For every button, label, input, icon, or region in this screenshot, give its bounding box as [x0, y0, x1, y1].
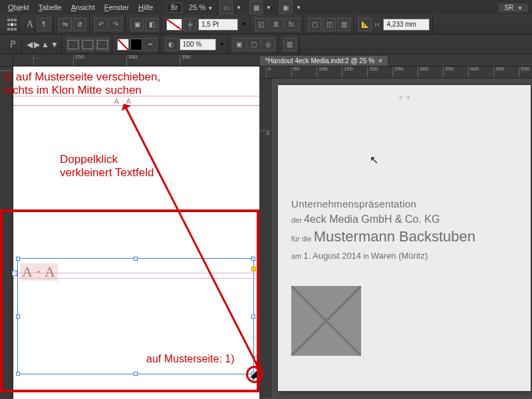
frame-fit-3-icon[interactable]: ▥ [337, 18, 350, 31]
fill-stroke-icon[interactable] [166, 19, 182, 31]
fit-frame-icon[interactable]: ▢ [247, 38, 261, 51]
corner-options-icon[interactable]: ◱ [255, 18, 268, 31]
fill-none-swatch[interactable] [117, 39, 129, 51]
align-center-icon[interactable] [81, 38, 94, 51]
nudge-right-icon[interactable]: ▶ [34, 40, 40, 49]
workspace-switcher[interactable]: SR ▼ [499, 3, 528, 12]
align-right-icon[interactable] [96, 38, 109, 51]
reference-point[interactable] [7, 18, 16, 31]
control-bar-2: P ◀ ▶ ▲ ▼ ━ ◐ ▼ ▣ ▢ ◎ ▥ [0, 35, 532, 55]
chevron-down-icon: ▼ [207, 5, 213, 11]
annotation-highlight-box [0, 209, 259, 392]
stroke-weight-input[interactable] [198, 19, 238, 31]
nudge-left-icon[interactable]: ◀ [27, 40, 33, 49]
cursor-icon: ↖ [370, 154, 378, 166]
character-format-icon[interactable]: A [24, 19, 36, 31]
control-bar-1: A ¶ ⇋ ⇵ ↶ ↷ ▣ ◧ ╪ ▼ ◱ ≣ fx. ▢ ◫ ▥ 📐 H: [0, 15, 532, 35]
measure-icon[interactable]: 📐 [358, 18, 372, 31]
height-label-icon: H: [373, 21, 382, 28]
columns-icon[interactable]: ▥ [283, 38, 297, 51]
page-number-marker: 2 · 3 [399, 94, 410, 100]
flip-v-icon[interactable]: ⇵ [73, 18, 86, 31]
fill-black-swatch[interactable] [130, 39, 142, 51]
zoom-level[interactable]: 25 %▼ [189, 3, 213, 11]
canvas: ... *Handout 4eck Media.indd:2 @ 25 % × … [0, 66, 532, 399]
menu-tabelle[interactable]: Tabelle [35, 2, 66, 13]
close-icon[interactable]: × [378, 57, 382, 65]
chevron-down-icon: ▼ [296, 5, 301, 11]
ruler-horizontal-right[interactable]: 0 50 100 150 200 250 300 350 400 450 500 [259, 66, 532, 78]
view-mode-btn[interactable]: ▭ [219, 1, 233, 14]
arrange-btn[interactable]: ▣ [279, 1, 293, 14]
effects-button[interactable]: fx. [284, 18, 301, 31]
document-tab-title: *Handout 4eck Media.indd:2 @ 25 % [265, 57, 374, 65]
chevron-down-icon: ▼ [241, 21, 247, 27]
menu-objekt[interactable]: Objekt [4, 2, 33, 13]
opacity-icon[interactable]: ◐ [165, 38, 178, 51]
image-placeholder[interactable] [291, 286, 361, 356]
menu-fenster[interactable]: Fenster [100, 2, 133, 13]
menu-hilfe[interactable]: Hilfe [134, 2, 157, 13]
content-select-icon[interactable]: ◧ [145, 18, 158, 31]
nudge-down-icon[interactable]: ▼ [51, 40, 59, 49]
align-left-icon[interactable] [66, 38, 80, 51]
stroke-style-dd[interactable]: ━ [144, 38, 157, 51]
flip-h-icon[interactable]: ⇋ [59, 18, 72, 31]
chevron-down-icon: ▼ [236, 5, 241, 11]
nudge-up-icon[interactable]: ▲ [41, 40, 49, 49]
height-input[interactable] [383, 19, 430, 31]
frame-fit-2-icon[interactable]: ◫ [323, 18, 336, 31]
menubar: Objekt Tabelle Ansicht Fenster Hilfe Br … [0, 0, 532, 15]
opacity-input[interactable] [180, 39, 216, 51]
document-tab[interactable]: *Handout 4eck Media.indd:2 @ 25 % × [259, 55, 388, 66]
document-spread[interactable]: 2 · 3 Unternehmenspräsentation der 4eck … [278, 85, 531, 391]
menu-ansicht[interactable]: Ansicht [67, 2, 99, 13]
container-select-icon[interactable]: ▣ [130, 18, 144, 31]
ruler-origin[interactable] [0, 55, 13, 66]
rotate-ccw-icon[interactable]: ↶ [94, 18, 108, 31]
fit-content-icon[interactable]: ▣ [233, 38, 246, 51]
frame-fit-1-icon[interactable]: ▢ [308, 18, 321, 31]
chevron-down-icon: ▼ [219, 41, 225, 47]
stroke-align-icon[interactable]: ╪ [184, 18, 197, 31]
bridge-button[interactable]: Br [166, 3, 182, 13]
chevron-down-icon: ▼ [266, 5, 271, 11]
paragraph-format-icon[interactable]: P [7, 39, 19, 51]
char-style-dd[interactable]: ¶ [37, 18, 51, 31]
text-wrap-icon[interactable]: ≣ [269, 18, 283, 31]
document-text: Unternehmenspräsentation der 4eck Media … [291, 198, 511, 261]
screen-mode-btn[interactable]: ▦ [249, 1, 263, 14]
ruler-vertical-right[interactable]: 0 [259, 78, 271, 398]
center-content-icon[interactable]: ◎ [262, 38, 275, 51]
rotate-cw-icon[interactable]: ↷ [109, 18, 122, 31]
